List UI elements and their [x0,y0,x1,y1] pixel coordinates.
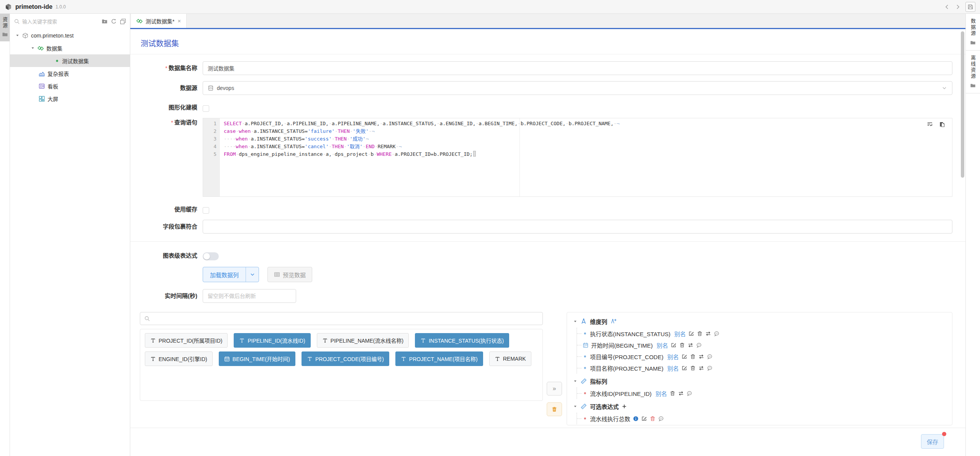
field-chips-box: PROJECT_ID(所属项目ID)PIPELINE_ID(流水线ID)PIPE… [140,329,543,401]
column-group-header[interactable]: 维度列 [573,315,946,328]
text-type-icon [420,338,426,343]
tree-item[interactable]: 大屏 [10,92,130,105]
graphical-modeling-checkbox[interactable] [203,105,209,112]
load-columns-button[interactable]: 加载数据列 [203,267,259,282]
explorer-search-input[interactable] [22,19,99,25]
explorer-search[interactable] [14,18,99,25]
column-item[interactable]: 流水线ID(PIPELINE_ID)别名 [577,387,946,399]
dataset-name-input[interactable] [203,61,952,75]
column-item[interactable]: 开始时间(BEGIN_TIME)别名 [577,339,946,351]
main-scrollbar[interactable] [960,31,964,426]
activity-tab-label: 离线资源 [970,55,975,80]
explorer-panel: com.primeton.test数据集测试数据集复杂报表看板大屏 [10,14,130,456]
comment-icon[interactable] [696,342,702,348]
comment-icon[interactable] [707,354,713,360]
comment-icon[interactable] [687,391,692,396]
edit-icon[interactable] [682,365,687,371]
add-dimension-icon[interactable] [610,318,617,325]
column-item[interactable]: 项目编号(PROJECT_CODE)别名 [577,351,946,362]
comment-icon[interactable] [714,331,719,337]
trash-icon[interactable] [690,354,696,360]
caret-down-icon[interactable] [573,319,577,324]
caret-down-icon[interactable] [31,46,35,50]
trash-icon[interactable] [670,391,675,396]
trash-icon[interactable] [697,331,703,337]
preview-data-button[interactable]: 预览数据 [267,267,312,282]
activity-tab-数据源[interactable]: 数据源 [966,14,980,51]
field-chip[interactable]: PROJECT_NAME(项目名称) [395,351,483,366]
column-group-header[interactable]: 可选表达式 [573,400,946,413]
field-chip[interactable]: PIPELINE_ID(流水线ID) [234,333,310,348]
caret-down-icon[interactable] [573,379,577,383]
sql-editor[interactable]: 12345 SELECT·a.PROJECT_ID,·a.PIPELINE_ID… [203,118,952,197]
field-chip[interactable]: PROJECT_CODE(项目编号) [302,351,389,366]
tab-test-dataset[interactable]: 测试数据集* × [131,14,187,28]
edit-icon[interactable] [671,342,677,348]
comment-icon[interactable] [707,365,713,371]
swap-icon[interactable] [678,391,684,396]
save-button[interactable]: 保存 [921,434,944,449]
edit-icon[interactable] [688,331,694,337]
titlebar-save-button[interactable] [965,2,975,12]
new-folder-icon[interactable] [102,18,108,25]
column-item[interactable]: 流水线执行总数 [577,413,946,424]
swap-icon[interactable] [698,365,704,371]
alias-link[interactable]: 别名 [667,353,679,361]
realtime-interval-input[interactable] [203,289,296,303]
tree-item[interactable]: 测试数据集 [10,54,130,67]
field-chip[interactable]: ENGINE_ID(引擎ID) [145,351,213,366]
trash-icon[interactable] [679,342,685,348]
field-chip[interactable]: INSTANCE_STATUS(执行状态) [415,333,509,348]
field-chip[interactable]: BEGIN_TIME(开始时间) [219,351,295,366]
caret-down-icon[interactable] [15,33,20,38]
close-icon[interactable]: × [177,18,181,24]
tree-item[interactable]: 数据集 [10,42,130,54]
alias-link[interactable]: 别名 [667,364,679,372]
nav-back-icon[interactable] [944,4,950,10]
field-chip[interactable]: PIPELINE_NAME(流水线名称) [317,333,409,348]
comment-icon[interactable] [658,416,664,422]
field-chip-label: ENGINE_ID(引擎ID) [159,355,207,363]
copy-sql-icon[interactable] [939,121,945,127]
format-sql-icon[interactable] [927,121,933,127]
trash-red-icon[interactable] [650,416,656,422]
chevron-down-icon[interactable] [246,267,259,282]
fields-search[interactable] [140,312,543,325]
editor-code[interactable]: SELECT·a.PROJECT_ID,·a.PIPELINE_ID,·a.PI… [220,118,952,196]
chart-expression-toggle[interactable] [203,252,219,260]
fields-search-input[interactable] [153,316,539,322]
datasource-select[interactable]: devops [203,81,952,95]
trash-icon[interactable] [690,365,696,371]
plus-icon[interactable] [622,404,627,409]
column-group-header[interactable]: 指标列 [573,374,946,387]
move-all-button[interactable]: » [547,382,562,396]
edit-icon[interactable] [641,416,647,422]
scrollbar-thumb[interactable] [961,31,964,178]
swap-icon[interactable] [705,331,711,337]
swap-icon[interactable] [688,342,693,348]
field-chip[interactable]: REMARK [489,351,531,366]
edit-icon[interactable] [682,354,687,360]
column-item[interactable]: 项目名称(PROJECT_NAME)别名 [577,362,946,374]
info-icon[interactable] [633,416,639,422]
activity-tab-resources[interactable]: 资源 [0,14,10,41]
tree-item[interactable]: 看板 [10,80,130,92]
clear-columns-button[interactable] [547,402,562,416]
collapse-all-icon[interactable] [120,18,126,25]
activity-tab-离线资源[interactable]: 离线资源 [966,51,980,93]
alias-link[interactable]: 别名 [656,389,667,397]
refresh-icon[interactable] [111,18,117,25]
swap-icon[interactable] [698,354,704,360]
use-cache-checkbox[interactable] [203,207,209,214]
column-item[interactable]: 执行状态(INSTANCE_STATUS)别名 [577,328,946,339]
alias-link[interactable]: 别名 [657,341,668,349]
tree-item[interactable]: com.primeton.test [10,29,130,42]
folder-icon [2,31,8,38]
field-chip[interactable]: PROJECT_ID(所属项目ID) [145,333,228,348]
field-chip-label: BEGIN_TIME(开始时间) [233,355,290,363]
nav-forward-icon[interactable] [955,4,961,10]
field-wrapper-input[interactable] [203,220,952,234]
caret-down-icon[interactable] [573,404,577,409]
tree-item[interactable]: 复杂报表 [10,67,130,80]
alias-link[interactable]: 别名 [674,330,686,338]
